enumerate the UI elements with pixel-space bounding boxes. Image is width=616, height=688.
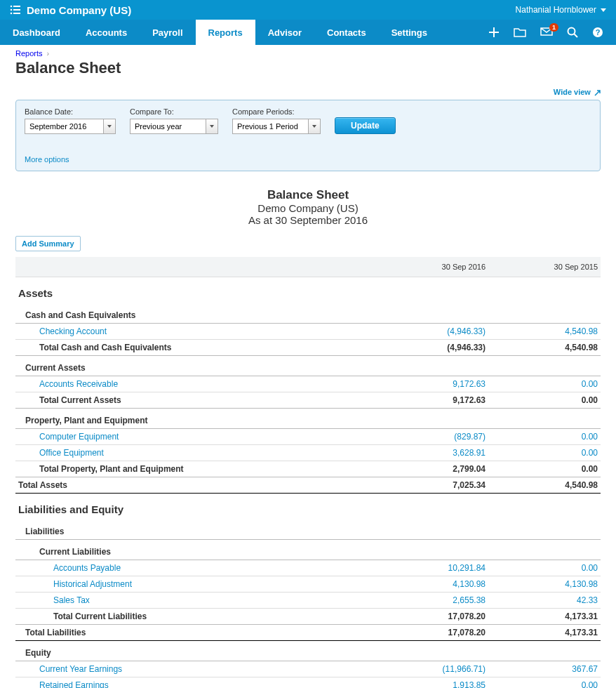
- cell-link[interactable]: (11,966.71): [443, 664, 486, 674]
- total-assets-row: Total Assets 7,025.34 4,540.98: [15, 477, 601, 494]
- cell-link[interactable]: 4,540.98: [565, 326, 598, 336]
- wide-view-label: Wide view: [554, 88, 591, 96]
- total-liabilities-row: Total Liabilities 17,078.20 4,173.31: [15, 625, 601, 641]
- breadcrumb: Reports ›: [15, 49, 601, 58]
- update-button[interactable]: Update: [335, 117, 396, 134]
- add-summary-button[interactable]: Add Summary: [15, 236, 81, 251]
- compare-to-input[interactable]: [130, 119, 206, 134]
- subtotal-row: Total Current Liabilities 17,078.20 4,17…: [15, 609, 601, 625]
- chevron-down-icon: [601, 8, 606, 12]
- help-icon[interactable]: ?: [592, 27, 603, 38]
- cell-link[interactable]: 42.33: [577, 595, 598, 605]
- report-title: Balance Sheet: [0, 188, 616, 202]
- cell-link[interactable]: 367.67: [572, 664, 598, 674]
- svg-line-7: [575, 34, 578, 38]
- table-row: Accounts Payable 10,291.84 0.00: [15, 560, 601, 576]
- link-retained-earnings[interactable]: Retained Earnings: [39, 680, 109, 688]
- link-accounts-payable[interactable]: Accounts Payable: [53, 563, 121, 573]
- link-office-equipment[interactable]: Office Equipment: [39, 448, 104, 458]
- table-row: Current Year Earnings (11,966.71) 367.67: [15, 661, 601, 677]
- link-accounts-receivable[interactable]: Accounts Receivable: [39, 379, 118, 389]
- nav-settings[interactable]: Settings: [379, 20, 440, 45]
- subtotal-row: Total Cash and Cash Equivalents (4,946.3…: [15, 340, 601, 356]
- balance-date-dropdown[interactable]: [103, 119, 116, 134]
- balance-date-label: Balance Date:: [25, 107, 116, 116]
- table-row: Historical Adjustment 4,130.98 4,130.98: [15, 576, 601, 593]
- nav-reports[interactable]: Reports: [196, 20, 255, 45]
- page-title: Balance Sheet: [15, 59, 601, 77]
- chevron-down-icon: [312, 125, 316, 128]
- link-checking-account[interactable]: Checking Account: [39, 326, 107, 336]
- chevron-down-icon: [107, 125, 112, 128]
- svg-point-4: [11, 13, 13, 15]
- cell-link[interactable]: 0.00: [582, 432, 598, 442]
- search-icon[interactable]: [567, 27, 578, 38]
- chevron-down-icon: [210, 125, 214, 128]
- link-computer-equipment[interactable]: Computer Equipment: [39, 432, 119, 442]
- group-current-assets: Current Assets: [15, 356, 601, 376]
- user-name-label: Nathanial Hornblower: [516, 5, 596, 15]
- link-historical-adjustment[interactable]: Historical Adjustment: [53, 579, 132, 589]
- nav-contacts[interactable]: Contacts: [314, 20, 379, 45]
- report-as-at: As at 30 September 2016: [0, 214, 616, 226]
- svg-rect-5: [13, 13, 20, 14]
- table-row: Checking Account (4,946.33) 4,540.98: [15, 324, 601, 340]
- cell-link[interactable]: 10,291.84: [448, 563, 486, 573]
- folder-icon[interactable]: [514, 27, 526, 37]
- compare-periods-input[interactable]: [232, 119, 308, 134]
- cell-link[interactable]: (4,946.33): [447, 326, 486, 336]
- nav-advisor[interactable]: Advisor: [255, 20, 314, 45]
- org-menu-icon[interactable]: [10, 5, 21, 15]
- cell-link[interactable]: 1,913.85: [453, 680, 486, 688]
- cell-link[interactable]: 2,655.38: [453, 595, 486, 605]
- svg-rect-1: [13, 6, 20, 7]
- group-cash: Cash and Cash Equivalents: [15, 303, 601, 324]
- plus-icon[interactable]: [488, 27, 500, 38]
- compare-to-dropdown[interactable]: [206, 119, 218, 134]
- cell-link[interactable]: 0.00: [582, 680, 598, 688]
- table-row: Accounts Receivable 9,172.63 0.00: [15, 376, 601, 392]
- compare-periods-label: Compare Periods:: [232, 107, 321, 116]
- nav-dashboard[interactable]: Dashboard: [0, 20, 73, 45]
- column-header-2: 30 Sep 2015: [488, 257, 601, 277]
- group-equity: Equity: [15, 641, 601, 661]
- compare-to-label: Compare To:: [130, 107, 218, 116]
- cell-link[interactable]: 0.00: [582, 563, 598, 573]
- nav-accounts[interactable]: Accounts: [73, 20, 140, 45]
- cell-link[interactable]: 9,172.63: [453, 379, 486, 389]
- wide-view-link[interactable]: Wide view: [554, 88, 601, 96]
- column-header-1: 30 Sep 2016: [376, 257, 488, 277]
- link-sales-tax[interactable]: Sales Tax: [53, 595, 90, 605]
- more-options-link[interactable]: More options: [25, 155, 591, 164]
- cell-link[interactable]: (829.87): [454, 432, 486, 442]
- breadcrumb-reports[interactable]: Reports: [15, 49, 43, 58]
- cell-link[interactable]: 4,130.98: [453, 579, 486, 589]
- cell-link[interactable]: 0.00: [582, 448, 598, 458]
- chevron-right-icon: ›: [47, 49, 50, 58]
- svg-point-2: [11, 9, 13, 11]
- cell-link[interactable]: 4,130.98: [565, 579, 598, 589]
- group-liabilities: Liabilities: [15, 520, 601, 540]
- nav-payroll[interactable]: Payroll: [140, 20, 195, 45]
- link-current-year-earnings[interactable]: Current Year Earnings: [39, 664, 122, 674]
- section-assets: Assets: [15, 277, 601, 304]
- subtotal-row: Total Property, Plant and Equipment 2,79…: [15, 461, 601, 477]
- table-row: Sales Tax 2,655.38 42.33: [15, 593, 601, 609]
- svg-point-0: [11, 6, 13, 8]
- section-liab-equity: Liabilities and Equity: [15, 494, 601, 520]
- group-current-liabilities: Current Liabilities: [15, 540, 601, 560]
- cell-link[interactable]: 0.00: [582, 379, 598, 389]
- filter-panel: Balance Date: Compare To: Compare Period…: [15, 100, 601, 171]
- svg-text:?: ?: [596, 28, 601, 37]
- notification-badge: 1: [549, 23, 558, 32]
- balance-date-input[interactable]: [25, 119, 103, 134]
- company-name[interactable]: Demo Company (US): [27, 4, 131, 16]
- table-row: Computer Equipment (829.87) 0.00: [15, 429, 601, 445]
- compare-periods-dropdown[interactable]: [308, 119, 321, 134]
- report-company: Demo Company (US): [0, 202, 616, 214]
- svg-rect-3: [13, 9, 20, 11]
- notifications-icon[interactable]: 1: [540, 27, 553, 37]
- user-menu[interactable]: Nathanial Hornblower: [516, 5, 606, 15]
- subtotal-row: Total Current Assets 9,172.63 0.00: [15, 392, 601, 409]
- cell-link[interactable]: 3,628.91: [453, 448, 486, 458]
